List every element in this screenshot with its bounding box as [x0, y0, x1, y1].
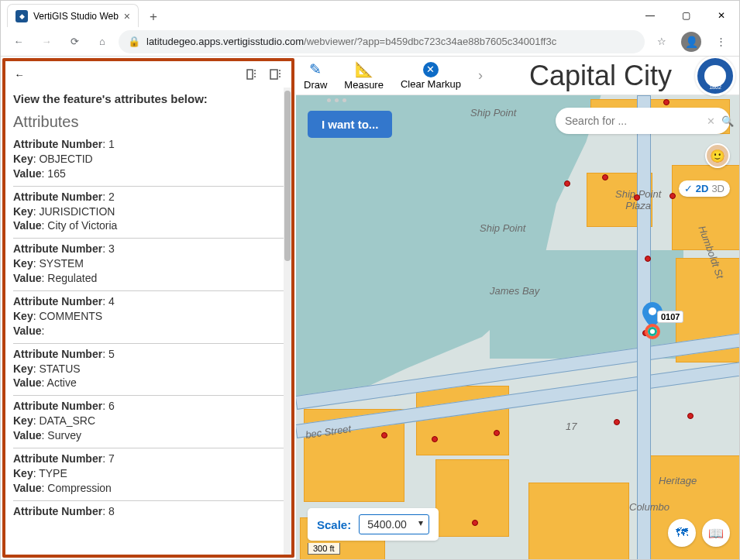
window-controls: — ▢ ✕: [632, 4, 739, 27]
cancel-icon: ✕: [423, 62, 439, 77]
attributes-heading: Attributes: [13, 113, 284, 131]
panel-instruction: View the feature's attributes below:: [13, 92, 284, 105]
forward-button[interactable]: →: [35, 30, 58, 53]
app-title: Capital City: [529, 60, 672, 92]
back-button[interactable]: ←: [7, 30, 30, 53]
tab-close-icon[interactable]: ×: [124, 10, 130, 22]
attribute-block: Attribute Number: 4Key: COMMENTSValue:: [13, 291, 284, 344]
clear-markup-tool[interactable]: ✕ Clear Markup: [401, 62, 461, 90]
draw-tool[interactable]: ✎ Draw: [304, 60, 327, 91]
i-want-to-button[interactable]: I want to...: [308, 111, 392, 138]
lock-icon: 🔒: [128, 36, 140, 47]
attribute-block: Attribute Number: 3Key: SYSTEMValue: Reg…: [13, 239, 284, 291]
search-icon[interactable]: 🔍: [721, 115, 734, 127]
address-bar: ← → ⟳ ⌂ 🔒 latitudegeo.apps.vertigisstudi…: [1, 27, 739, 57]
panel-content[interactable]: View the feature's attributes below: Att…: [5, 88, 291, 555]
feature-dot[interactable]: [663, 99, 669, 105]
map-search-bar: ✕ 🔍: [556, 108, 730, 134]
scale-selector: Scale: 5400.00: [308, 508, 439, 541]
scrollbar[interactable]: [284, 88, 291, 555]
label-james-bay: James Bay: [490, 285, 539, 297]
ruler-icon: 📐: [355, 60, 373, 78]
attributes-panel: ← View the feature's attributes below: A…: [2, 58, 294, 558]
expand-panel-icon[interactable]: [263, 63, 287, 86]
label-street-num: 17: [566, 421, 577, 432]
close-window-button[interactable]: ✕: [704, 4, 739, 27]
attribute-block: Attribute Number: 5Key: STATUSValue: Act…: [13, 344, 284, 397]
tab-title: VertiGIS Studio Web: [33, 11, 119, 22]
label-columbo: Columbo: [629, 501, 669, 513]
avatar-icon: 👤: [681, 32, 701, 52]
map-canvas[interactable]: James Bay Ship Point Ship Point Plaza Sh…: [296, 95, 739, 559]
attribute-block: Attribute Number: 7Key: TYPEValue: Compr…: [13, 448, 284, 501]
pencil-icon: ✎: [309, 60, 322, 78]
minimize-button[interactable]: —: [632, 4, 668, 27]
clear-search-icon[interactable]: ✕: [707, 115, 715, 127]
chevron-right-icon[interactable]: ›: [478, 67, 483, 84]
feature-dot[interactable]: [602, 174, 608, 180]
feature-dot[interactable]: [432, 436, 438, 442]
label-ship-point-mid: Ship Point: [480, 222, 525, 234]
attribute-block: Attribute Number: 6Key: DATA_SRCValue: S…: [13, 396, 284, 448]
panel-back-button[interactable]: ←: [10, 65, 29, 84]
browser-menu-button[interactable]: ⋮: [708, 29, 733, 54]
browser-titlebar: ◆ VertiGIS Studio Web × + — ▢ ✕: [1, 1, 739, 27]
maximize-button[interactable]: ▢: [668, 4, 704, 27]
dimension-toggle[interactable]: ✓2D 3D: [679, 180, 730, 197]
marker-label: 0107: [657, 311, 683, 323]
scale-ruler: 300 ft: [308, 543, 340, 555]
feature-dot[interactable]: [634, 194, 640, 201]
measure-tool[interactable]: 📐 Measure: [344, 60, 384, 91]
feature-dot[interactable]: [564, 180, 570, 187]
measure-label: Measure: [344, 79, 384, 91]
map-search-input[interactable]: [565, 115, 700, 127]
attribute-block: Attribute Number: 2Key: JURISDICTIONValu…: [13, 187, 284, 239]
feature-dot[interactable]: [687, 413, 694, 419]
feature-dot[interactable]: [494, 430, 500, 436]
url-text: latitudegeo.apps.vertigisstudio.com/webv…: [146, 36, 635, 47]
toolbar-pager[interactable]: [327, 98, 346, 102]
2d-toggle[interactable]: 2D: [696, 183, 709, 194]
collapse-panel-icon[interactable]: [240, 63, 263, 86]
label-heritage: Heritage: [659, 475, 697, 486]
profile-button[interactable]: 👤: [679, 29, 704, 54]
reload-button[interactable]: ⟳: [63, 30, 86, 53]
feature-dot[interactable]: [614, 419, 620, 425]
feature-dot[interactable]: [645, 256, 651, 262]
feature-dot[interactable]: [669, 193, 676, 199]
scale-dropdown[interactable]: 5400.00: [359, 514, 429, 534]
scale-label: Scale:: [317, 518, 351, 531]
attribute-block: Attribute Number: 8: [13, 501, 284, 524]
svg-text:1862: 1862: [709, 84, 721, 90]
city-seal-badge: 1862: [695, 57, 735, 96]
map-toolbar: ✎ Draw 📐 Measure ✕ Clear Markup › Capita…: [296, 57, 739, 95]
3d-toggle[interactable]: 3D: [711, 183, 725, 194]
browser-tab[interactable]: ◆ VertiGIS Studio Web ×: [7, 4, 139, 27]
home-button[interactable]: ⌂: [91, 30, 114, 53]
selected-feature-marker[interactable]: [645, 324, 660, 339]
attribute-block: Attribute Number: 1Key: OBJECTIDValue: 1…: [13, 134, 284, 187]
feature-dot[interactable]: [381, 432, 387, 438]
draw-label: Draw: [304, 79, 327, 91]
user-avatar[interactable]: 🙂: [705, 143, 730, 168]
bookmark-button[interactable]: 📖: [702, 519, 730, 547]
url-field[interactable]: 🔒 latitudegeo.apps.vertigisstudio.com/we…: [119, 30, 645, 53]
bookmark-star-icon[interactable]: ☆: [649, 29, 674, 54]
favicon: ◆: [15, 10, 28, 22]
new-tab-button[interactable]: +: [143, 7, 163, 27]
svg-rect-2: [270, 70, 277, 79]
feature-dot[interactable]: [472, 520, 478, 526]
label-ship-point-top: Ship Point: [470, 107, 516, 119]
clear-label: Clear Markup: [401, 78, 461, 90]
svg-point-7: [649, 307, 656, 315]
layers-button[interactable]: 🗺: [668, 519, 696, 547]
svg-rect-0: [247, 70, 253, 79]
svg-point-5: [704, 65, 726, 87]
map-area: ✎ Draw 📐 Measure ✕ Clear Markup › Capita…: [296, 57, 739, 559]
